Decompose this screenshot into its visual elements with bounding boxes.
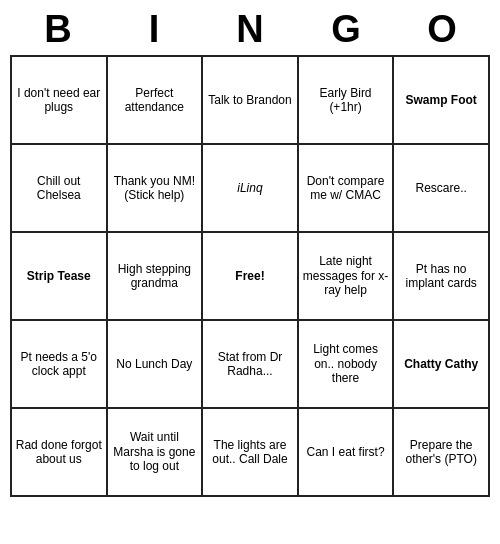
- cell-r4-c1: Wait until Marsha is gone to log out: [107, 408, 203, 496]
- cell-r0-c2: Talk to Brandon: [202, 56, 298, 144]
- cell-r1-c4: Rescare..: [393, 144, 489, 232]
- cell-r1-c0: Chill out Chelsea: [11, 144, 107, 232]
- cell-r3-c2: Stat from Dr Radha...: [202, 320, 298, 408]
- letter-n: N: [226, 8, 274, 51]
- cell-r4-c0: Rad done forgot about us: [11, 408, 107, 496]
- cell-r4-c3: Can I eat first?: [298, 408, 394, 496]
- cell-r0-c1: Perfect attendance: [107, 56, 203, 144]
- cell-r0-c4: Swamp Foot: [393, 56, 489, 144]
- cell-r2-c4: Pt has no implant cards: [393, 232, 489, 320]
- cell-r1-c2: iLinq: [202, 144, 298, 232]
- bingo-grid: I don't need ear plugsPerfect attendance…: [10, 55, 490, 497]
- cell-r2-c3: Late night messages for x-ray help: [298, 232, 394, 320]
- cell-r0-c3: Early Bird (+1hr): [298, 56, 394, 144]
- cell-r2-c1: High stepping grandma: [107, 232, 203, 320]
- cell-r3-c3: Light comes on.. nobody there: [298, 320, 394, 408]
- cell-r4-c4: Prepare the other's (PTO): [393, 408, 489, 496]
- cell-r4-c2: The lights are out.. Call Dale: [202, 408, 298, 496]
- letter-g: G: [322, 8, 370, 51]
- letter-i: I: [130, 8, 178, 51]
- cell-r3-c0: Pt needs a 5'o clock appt: [11, 320, 107, 408]
- cell-r3-c1: No Lunch Day: [107, 320, 203, 408]
- cell-r2-c0: Strip Tease: [11, 232, 107, 320]
- letter-b: B: [34, 8, 82, 51]
- cell-r0-c0: I don't need ear plugs: [11, 56, 107, 144]
- cell-r1-c1: Thank you NM! (Stick help): [107, 144, 203, 232]
- cell-r3-c4: Chatty Cathy: [393, 320, 489, 408]
- letter-o: O: [418, 8, 466, 51]
- bingo-title: B I N G O: [10, 0, 490, 55]
- cell-r2-c2: Free!: [202, 232, 298, 320]
- cell-r1-c3: Don't compare me w/ CMAC: [298, 144, 394, 232]
